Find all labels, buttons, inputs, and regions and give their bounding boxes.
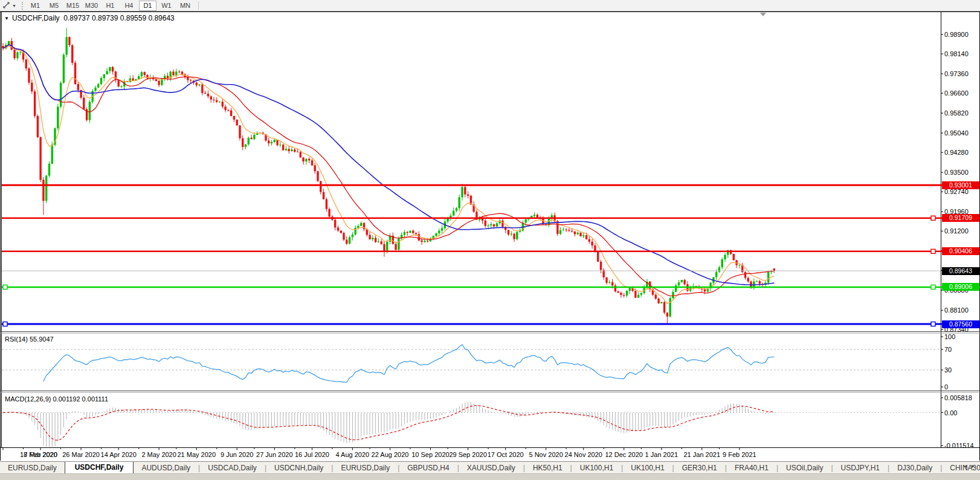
caret-down-icon[interactable]: ▼	[4, 16, 9, 21]
chart-shift-marker[interactable]	[760, 13, 766, 16]
price-badge: 0.89006	[942, 283, 979, 291]
macd-axis-label: -0.011514	[944, 442, 974, 449]
price-badge: 0.87560	[942, 320, 979, 328]
rsi-axis-label: 30	[944, 366, 952, 374]
chart-tab-hk50-h1[interactable]: HK50,H1	[525, 462, 570, 473]
line-handle[interactable]	[931, 285, 935, 289]
date-label: 26 Mar 2020	[62, 451, 100, 458]
date-label: 29 Sep 2020	[449, 451, 486, 458]
date-label: 2 May 2020	[141, 451, 176, 458]
timeframe-button-w1[interactable]: W1	[158, 1, 175, 11]
status-bar	[0, 473, 980, 480]
toolbar-grip	[22, 2, 23, 10]
timeframe-button-m5[interactable]: M5	[45, 1, 63, 11]
date-label: 5 Nov 2020	[529, 451, 563, 458]
macd-axis-label: 0.005818	[944, 394, 972, 401]
rsi-axis-label: 70	[944, 346, 952, 353]
tab-scroll-arrows: ◄►	[962, 463, 978, 469]
toolbar-separator	[198, 1, 199, 10]
scroll-right-icon[interactable]: ►	[970, 463, 978, 469]
date-label: 27 Jun 2020	[256, 451, 293, 458]
price-axis-label: 0.98900	[944, 31, 969, 38]
line-handle[interactable]	[3, 285, 7, 289]
price-axis-label: 0.98140	[944, 50, 969, 57]
chart-tab-uk100-h1[interactable]: UK100,H1	[623, 462, 672, 473]
line-handle[interactable]	[931, 216, 935, 220]
price-badge: 0.90406	[942, 247, 979, 255]
timeframe-button-m15[interactable]: M15	[64, 1, 82, 11]
price-axis-label: 0.97360	[944, 70, 969, 77]
chart-tab-usdcad-daily[interactable]: USDCAD,Daily	[200, 462, 265, 473]
rsi-line	[44, 345, 774, 382]
date-label: 14 Apr 2020	[101, 451, 137, 458]
price-badge: 0.91709	[942, 214, 979, 222]
date-label: 4 Aug 2020	[336, 451, 370, 458]
price-axis-label: 0.95820	[944, 109, 969, 117]
top-toolbar: ▼ M1M5M15M30H1H4D1W1MN	[0, 0, 980, 11]
macd-indicator-label: MACD(12,26,9) 0.001192 0.001111	[5, 395, 108, 403]
chart-tab-ger30-h1[interactable]: GER30,H1	[674, 462, 725, 473]
price-axis-label: 0.93500	[944, 169, 969, 176]
price-axis-label: 0.91200	[944, 227, 969, 235]
date-label: 16 Jul 2020	[295, 451, 329, 458]
chart-tab-audusd-daily[interactable]: AUDUSD,Daily	[134, 462, 198, 473]
rsi-axis-label: 0	[944, 383, 948, 391]
scroll-left-icon[interactable]: ◄	[962, 463, 970, 469]
price-axis-label: 0.96600	[944, 89, 969, 97]
chart-tab-usdchf-daily[interactable]: USDCHF,Daily	[65, 461, 134, 473]
timeframe-button-h4[interactable]: H4	[120, 1, 138, 11]
timeframe-button-h1[interactable]: H1	[102, 1, 119, 11]
chart-tab-usdjpy-h1[interactable]: USDJPY,H1	[833, 462, 888, 473]
chart-tab-uk100-h1[interactable]: UK100,H1	[572, 462, 621, 473]
date-label: 9 Feb 2021	[723, 451, 756, 458]
date-label: 9 Jun 2020	[221, 451, 253, 458]
rsi-indicator-label: RSI(14) 55.9047	[5, 336, 54, 343]
chart-tab-fra40-h1[interactable]: FRA40,H1	[727, 462, 776, 473]
price-badge: 0.89643	[942, 267, 979, 275]
price-axis-label: 0.95040	[944, 129, 969, 137]
date-label: 24 Nov 2020	[565, 451, 602, 458]
line-handle[interactable]	[3, 322, 7, 326]
date-label: 21 May 2020	[177, 451, 216, 458]
timeframe-button-m30[interactable]: M30	[83, 1, 100, 11]
price-axis-label: 0.94280	[944, 149, 969, 156]
rsi-axis-label: 100	[944, 333, 955, 340]
chart-tab-usdcnh-daily[interactable]: USDCNH,Daily	[266, 462, 331, 473]
chart-tab-usoil-daily[interactable]: USOil,Daily	[778, 462, 831, 473]
chart-tabs-bar: EURUSD,DailyUSDCHF,DailyAUDUSD,Daily|USD…	[0, 461, 980, 473]
line-handle[interactable]	[931, 322, 935, 326]
date-label: 7 Mar 2020	[24, 451, 57, 458]
price-badge: 0.93001	[942, 181, 979, 189]
date-label: 10 Sep 2020	[411, 451, 449, 458]
timeframe-buttons: M1M5M15M30H1H4D1W1MN	[26, 1, 195, 11]
chart-title: ▼USDCHF,Daily 0.89737 0.89739 0.89559 0.…	[4, 14, 175, 22]
chart-canvas[interactable]: 0.989000.981400.973600.966000.958200.950…	[0, 0, 980, 480]
chart-symbol: USDCHF,Daily	[12, 14, 60, 22]
timeframe-button-d1[interactable]: D1	[139, 1, 156, 11]
macd-axis-label: 0.00	[944, 409, 957, 417]
line-handle[interactable]	[931, 249, 935, 253]
date-label: 17 Oct 2020	[488, 451, 524, 458]
price-axis-label: 0.92740	[944, 188, 969, 195]
date-label: 12 Dec 2020	[605, 451, 643, 458]
timeframe-button-m1[interactable]: M1	[27, 1, 44, 11]
price-axis-label: 0.88100	[944, 306, 969, 314]
candlestick-series	[2, 28, 775, 323]
chart-tab-xauusd-daily[interactable]: XAUUSD,Daily	[459, 462, 523, 473]
date-label: 22 Aug 2020	[372, 451, 409, 458]
date-label: 21 Jan 2021	[683, 451, 720, 458]
caret-down-icon[interactable]: ▼	[12, 4, 16, 8]
timeframe-button-mn[interactable]: MN	[176, 1, 194, 11]
date-label: 1 Jan 2021	[645, 451, 678, 458]
macd-histogram	[3, 402, 774, 447]
chart-tab-dj30-daily[interactable]: DJ30,Daily	[889, 462, 940, 473]
chart-tab-eurusd-daily[interactable]: EURUSD,Daily	[0, 462, 65, 473]
chart-ohlc-values: 0.89737 0.89739 0.89559 0.89643	[63, 14, 175, 22]
chart-cursor-icon[interactable]	[2, 1, 11, 10]
chart-tab-gbpusd-h4[interactable]: GBPUSD,H4	[399, 462, 457, 473]
chart-tab-eurusd-daily[interactable]: EURUSD,Daily	[333, 462, 398, 473]
